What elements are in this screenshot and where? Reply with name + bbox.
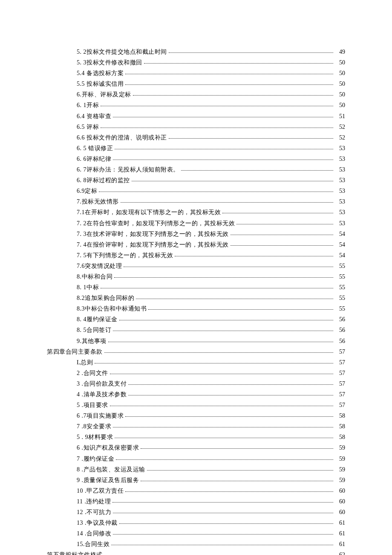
toc-leader-dots bbox=[113, 422, 333, 427]
toc-row: 8 .产品包装、发运及运输59 bbox=[47, 465, 345, 474]
toc-row: 2 .合同文件57 bbox=[47, 368, 345, 378]
toc-page-number: 50 bbox=[335, 58, 345, 67]
toc-row: 7. 2在符合性审查时，如发现下列情形之一的，其投标无效53 bbox=[47, 218, 345, 228]
toc-page-number: 53 bbox=[335, 175, 345, 185]
toc-row: 13 .争议及仲裁61 bbox=[47, 518, 345, 528]
toc-label: 6.6 投标文件的澄清、说明或补正 bbox=[77, 133, 167, 142]
toc-row: L总则57 bbox=[47, 357, 345, 367]
toc-label: 第五章投标文件格式 bbox=[47, 550, 103, 555]
toc-label: 5. 2投标文件提交地点和截止时间 bbox=[77, 47, 167, 57]
toc-leader-dots bbox=[136, 294, 333, 299]
toc-row: 7.6突发情况处理55 bbox=[47, 261, 345, 271]
toc-row: 5 .项目要求57 bbox=[47, 400, 345, 410]
toc-leader-dots bbox=[147, 465, 334, 470]
toc-page-number: 53 bbox=[335, 186, 345, 196]
toc-label: 6. 6评标纪律 bbox=[77, 154, 111, 164]
toc-label: 3 .合同价款及支付 bbox=[77, 379, 127, 389]
toc-row: 8.中标和合同55 bbox=[47, 272, 345, 282]
toc-leader-dots bbox=[101, 101, 333, 106]
toc-row: 6 .知识产权及保密要求59 bbox=[47, 443, 345, 453]
toc-row: 15.合同生效61 bbox=[47, 539, 345, 549]
toc-container: 5. 2投标文件提交地点和截止时间495. 3投标文件修改和撤回505.4 备选… bbox=[0, 0, 392, 555]
toc-page-number: 57 bbox=[335, 368, 345, 378]
toc-label: 11 .违约处理 bbox=[77, 497, 111, 506]
toc-row: 6.6 投标文件的澄清、说明或补正52 bbox=[47, 133, 345, 142]
toc-leader-dots bbox=[133, 90, 334, 96]
toc-leader-dots bbox=[115, 433, 333, 438]
toc-leader-dots bbox=[132, 176, 334, 181]
toc-page-number: 55 bbox=[335, 282, 345, 292]
toc-row: 5. 3投标文件修改和撤回50 bbox=[47, 58, 345, 67]
toc-leader-dots bbox=[110, 401, 334, 406]
toc-row: 8.3中标公告和中标通知书55 bbox=[47, 304, 345, 314]
toc-page-number: 58 bbox=[335, 421, 345, 431]
toc-label: 6.4 资格审查 bbox=[77, 111, 111, 121]
toc-page-number: 57 bbox=[335, 347, 345, 357]
toc-page-number: 60 bbox=[335, 507, 345, 517]
toc-page-number: 60 bbox=[335, 497, 345, 506]
toc-leader-dots bbox=[141, 444, 333, 449]
toc-label: 4 .清单及技术参数 bbox=[77, 389, 127, 399]
toc-row: 7.投标无效情形53 bbox=[47, 197, 345, 206]
toc-leader-dots bbox=[222, 208, 333, 213]
toc-label: 8 .产品包装、发运及运输 bbox=[77, 465, 145, 474]
toc-label: 6 .7项目实施要求 bbox=[77, 411, 124, 421]
toc-row: 5. 2投标文件提交地点和截止时间49 bbox=[47, 47, 345, 57]
toc-label: 6.开标、评标及定标 bbox=[77, 90, 131, 99]
toc-row: 7. 5有下列情形之一的，其投标无效54 bbox=[47, 250, 345, 260]
toc-page-number: 51 bbox=[335, 111, 345, 121]
toc-leader-dots bbox=[111, 540, 333, 545]
toc-row: 6.4 资格审查51 bbox=[47, 111, 345, 121]
toc-leader-dots bbox=[128, 390, 333, 395]
toc-label: 8. 1中标 bbox=[77, 282, 99, 292]
toc-leader-dots bbox=[125, 412, 333, 417]
toc-label: 14 .合同修改 bbox=[77, 529, 111, 538]
toc-leader-dots bbox=[144, 58, 334, 64]
toc-leader-dots bbox=[169, 134, 334, 139]
toc-leader-dots bbox=[119, 519, 334, 524]
toc-leader-dots bbox=[113, 508, 333, 513]
toc-label: 8. 4履约保证金 bbox=[77, 314, 118, 324]
toc-label: 15.合同生效 bbox=[77, 539, 110, 549]
toc-label: 6. 1开标 bbox=[77, 100, 99, 110]
toc-page-number: 57 bbox=[335, 389, 345, 399]
toc-leader-dots bbox=[175, 251, 333, 256]
toc-page-number: 53 bbox=[335, 197, 345, 206]
toc-label: 7 .履约保证金 bbox=[77, 454, 114, 464]
toc-page-number: 55 bbox=[335, 293, 345, 303]
toc-row: 6. 6评标纪律53 bbox=[47, 154, 345, 164]
toc-row: 6.5 评标52 bbox=[47, 122, 345, 132]
toc-leader-dots bbox=[114, 273, 333, 278]
toc-page-number: 52 bbox=[335, 133, 345, 142]
toc-page-number: 59 bbox=[335, 475, 345, 485]
toc-leader-dots bbox=[181, 166, 334, 171]
toc-label: 5 . 9材料要求 bbox=[77, 432, 113, 442]
toc-label: 10 .甲乙双方责任 bbox=[77, 486, 124, 496]
toc-row: 8. 5合同签订56 bbox=[47, 325, 345, 335]
toc-page-number: 59 bbox=[335, 454, 345, 464]
toc-label: 7. 5有下列情形之一的，其投标无效 bbox=[77, 250, 173, 260]
toc-page-number: 62 bbox=[335, 550, 345, 555]
toc-label: 7.投标无效情形 bbox=[77, 197, 119, 206]
toc-row: 9 .质量保证及售后服务59 bbox=[47, 475, 345, 485]
toc-page-number: 59 bbox=[335, 443, 345, 453]
toc-label: 8.中标和合同 bbox=[77, 272, 112, 282]
toc-label: 7. 4在报价评审时，如发现下列情形之一的，其投标无效 bbox=[77, 240, 229, 250]
toc-leader-dots bbox=[104, 551, 334, 555]
toc-page-number: 52 bbox=[335, 122, 345, 132]
toc-row: 10 .甲乙双方责任60 bbox=[47, 486, 345, 496]
toc-label: 7.6突发情况处理 bbox=[77, 261, 122, 271]
toc-page-number: 53 bbox=[335, 165, 345, 174]
toc-row: 7. 4在报价评审时，如发现下列情形之一的，其投标无效54 bbox=[47, 240, 345, 250]
toc-page-number: 50 bbox=[335, 90, 345, 99]
toc-leader-dots bbox=[125, 487, 333, 492]
toc-row: 5 . 9材料要求58 bbox=[47, 432, 345, 442]
toc-label: 6. 8评标过程的监控 bbox=[77, 175, 130, 185]
toc-label: 5 .项目要求 bbox=[77, 400, 108, 410]
toc-leader-dots bbox=[141, 476, 333, 481]
toc-row: 8.2追加采购合同标的55 bbox=[47, 293, 345, 303]
toc-label: 6. 5 错误修正 bbox=[77, 143, 113, 153]
toc-row: 8. 1中标55 bbox=[47, 282, 345, 292]
toc-label: 5. 3投标文件修改和撤回 bbox=[77, 58, 142, 67]
toc-label: 9.其他事项 bbox=[77, 336, 107, 346]
